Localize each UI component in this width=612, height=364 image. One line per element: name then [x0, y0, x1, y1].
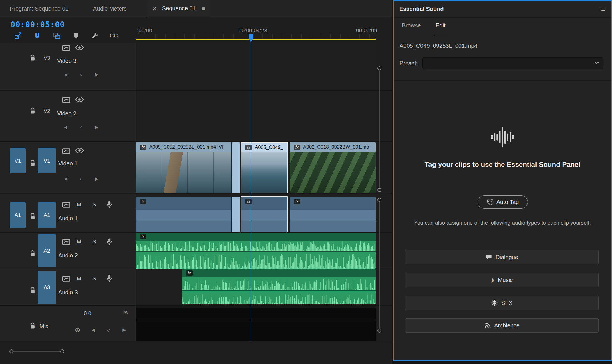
track-target-a1[interactable]: A1 [38, 202, 56, 228]
music-button[interactable]: ♪ Music [405, 273, 599, 287]
snap-icon[interactable] [32, 31, 42, 40]
add-keyframe-icon[interactable]: ⊕ [75, 326, 80, 334]
lock-icon[interactable] [30, 107, 35, 114]
panel-menu-icon[interactable]: ≡ [202, 5, 205, 12]
mute-button[interactable]: M [75, 201, 83, 208]
work-area-bar[interactable] [136, 39, 376, 40]
sync-lock-icon[interactable] [62, 239, 70, 245]
solo-button[interactable]: S [90, 275, 98, 282]
captions-icon[interactable]: CC [109, 31, 119, 40]
timeline-ruler[interactable]: :00:00 00:00:04:23 00:00:09: [136, 17, 376, 43]
auto-tag-button[interactable]: Auto Tag [478, 195, 528, 209]
track-content-a2[interactable]: fx [136, 233, 376, 269]
add-keyframe-icon[interactable]: ○ [78, 125, 85, 130]
solo-button[interactable]: S [90, 239, 98, 245]
zoom-scrollbar[interactable] [13, 351, 62, 352]
next-keyframe-icon[interactable]: ▶ [93, 125, 100, 130]
track-content-v1[interactable]: fxA005_C052_0925BL_001.mp4 [V] fxA005_C0… [136, 142, 376, 193]
sync-lock-icon[interactable] [62, 276, 70, 282]
video-clip[interactable]: fxA005_C052_0925BL_001.mp4 [V] [136, 142, 231, 193]
sync-lock-icon[interactable] [62, 97, 70, 103]
track-target-a2[interactable]: A2 [38, 234, 56, 267]
zoom-handle-left[interactable] [9, 349, 13, 353]
sync-lock-icon[interactable] [62, 45, 70, 51]
track-output-eye-icon[interactable] [75, 97, 84, 102]
close-icon[interactable]: × [153, 5, 156, 12]
mute-button[interactable]: M [75, 239, 83, 245]
track-target-v3[interactable]: V3 [38, 55, 56, 61]
mute-button[interactable]: M [75, 275, 83, 282]
prev-keyframe-icon[interactable]: ◀ [62, 125, 69, 130]
fx-badge[interactable]: fx [294, 145, 300, 150]
source-patch-a1[interactable]: A1 [10, 202, 26, 228]
transition-band[interactable] [232, 197, 240, 232]
track-content-v2[interactable] [136, 91, 376, 141]
track-target-v1[interactable]: V1 [38, 148, 56, 173]
playhead[interactable] [249, 34, 253, 42]
audio-scrollbar[interactable] [379, 202, 380, 329]
prev-keyframe-icon[interactable]: ◀ [90, 327, 97, 333]
linked-selection-icon[interactable] [52, 31, 61, 40]
scrollbar-handle[interactable] [377, 198, 381, 202]
track-target-v2[interactable]: V2 [38, 108, 56, 114]
panel-menu-icon[interactable]: ≡ [601, 5, 605, 13]
tab-audio-meters[interactable]: Audio Meters [93, 0, 127, 17]
video-scrollbar[interactable] [379, 70, 380, 188]
track-content-a3[interactable]: fx [136, 269, 376, 305]
tab-sequence-01[interactable]: × Sequence 01 ≡ [148, 0, 210, 17]
lock-icon[interactable] [30, 54, 35, 61]
add-marker-icon[interactable] [71, 31, 81, 40]
playhead-timecode[interactable]: 00:00:05:00 [11, 20, 65, 29]
audio-clip-selected[interactable]: fx [241, 196, 288, 232]
voiceover-mic-icon[interactable] [106, 201, 112, 208]
sync-lock-icon[interactable] [62, 148, 70, 154]
dialogue-button[interactable]: Dialogue [405, 250, 599, 264]
scrollbar-handle[interactable] [377, 66, 381, 70]
next-keyframe-icon[interactable]: ▶ [93, 176, 100, 181]
solo-button[interactable]: S [90, 201, 98, 208]
zoom-handle-right[interactable] [60, 349, 64, 353]
fx-badge[interactable]: fx [140, 199, 146, 204]
prev-keyframe-icon[interactable]: ◀ [62, 176, 69, 181]
mix-gain-value[interactable]: 0.0 [81, 310, 94, 317]
sfx-button[interactable]: SFX [405, 296, 599, 310]
next-keyframe-icon[interactable]: ▶ [121, 327, 128, 333]
voiceover-mic-icon[interactable] [106, 238, 112, 245]
track-content-a1[interactable]: fx fx fx [136, 194, 376, 232]
lock-icon[interactable] [30, 287, 35, 294]
track-content-mix[interactable] [136, 306, 376, 341]
ambience-button[interactable]: Ambience [405, 318, 599, 333]
audio-clip-green[interactable]: fx [136, 233, 376, 269]
fx-badge[interactable]: fx [294, 199, 300, 204]
keyframe-diamond-icon[interactable]: ◇ [105, 327, 112, 333]
lock-icon[interactable] [30, 213, 35, 220]
nest-toggle-icon[interactable] [13, 31, 23, 40]
scrollbar-handle[interactable] [377, 188, 381, 192]
scrollbar-handle[interactable] [377, 329, 381, 333]
transition-band[interactable] [232, 142, 240, 193]
fx-badge[interactable]: fx [140, 234, 146, 239]
fx-badge[interactable]: fx [186, 270, 193, 276]
add-keyframe-icon[interactable]: ○ [78, 72, 85, 77]
tab-browse[interactable]: Browse [402, 22, 421, 29]
track-content-v3[interactable] [136, 43, 376, 90]
video-clip[interactable]: fxA002_C018_0922BW_001.mp [290, 142, 376, 193]
track-output-eye-icon[interactable] [75, 148, 84, 153]
keyframe-range-icon[interactable]: ⋈ [123, 309, 129, 315]
audio-clip-green[interactable]: fx [182, 269, 376, 304]
audio-clip[interactable]: fx [290, 197, 376, 232]
lock-icon[interactable] [30, 160, 35, 167]
track-output-eye-icon[interactable] [75, 45, 84, 50]
volume-automation-line[interactable] [136, 320, 376, 320]
tab-program-monitor[interactable]: Program: Sequence 01 [10, 0, 69, 17]
fx-badge[interactable]: fx [140, 145, 146, 150]
next-keyframe-icon[interactable]: ▶ [93, 72, 100, 77]
source-patch-v1[interactable]: V1 [10, 148, 26, 173]
audio-clip[interactable]: fx [136, 197, 231, 232]
preset-dropdown[interactable] [422, 57, 603, 69]
prev-keyframe-icon[interactable]: ◀ [62, 72, 69, 77]
lock-icon[interactable] [30, 322, 35, 329]
sync-lock-icon[interactable] [62, 202, 70, 208]
voiceover-mic-icon[interactable] [106, 275, 112, 282]
add-keyframe-icon[interactable]: ○ [78, 176, 85, 181]
